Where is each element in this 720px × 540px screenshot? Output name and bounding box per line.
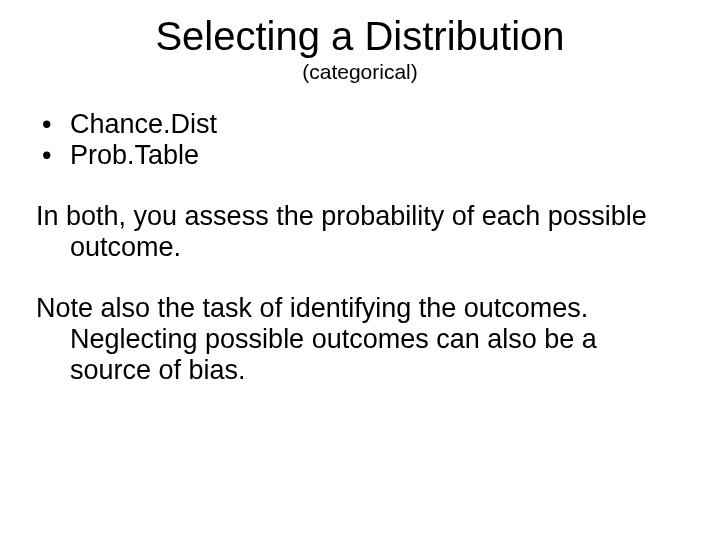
list-item: Chance.Dist (36, 109, 684, 140)
paragraph: In both, you assess the probability of e… (36, 201, 684, 263)
slide-title: Selecting a Distribution (0, 0, 720, 58)
slide: Selecting a Distribution (categorical) C… (0, 0, 720, 540)
bullet-list: Chance.Dist Prob.Table (36, 109, 684, 171)
paragraph-text: Note also the task of identifying the ou… (36, 293, 684, 386)
paragraph-text: In both, you assess the probability of e… (36, 201, 684, 263)
slide-subtitle: (categorical) (0, 58, 720, 83)
slide-body: Chance.Dist Prob.Table In both, you asse… (0, 109, 720, 386)
paragraph: Note also the task of identifying the ou… (36, 293, 684, 386)
list-item: Prob.Table (36, 140, 684, 171)
